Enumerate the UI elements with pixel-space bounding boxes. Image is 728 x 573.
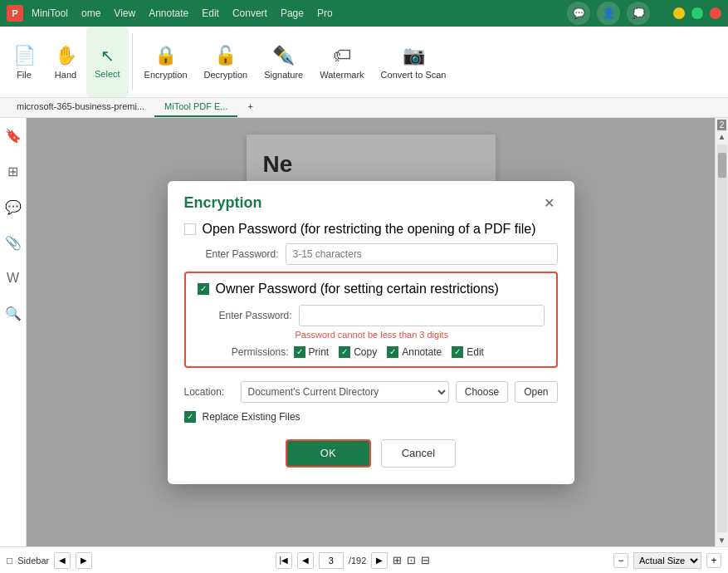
scroll-down-arrow[interactable]: ▼: [716, 534, 728, 546]
sidebar-search-icon[interactable]: 🔍: [2, 302, 25, 325]
open-password-input-row: Enter Password:: [184, 243, 558, 265]
annotate-label: Annotate: [402, 346, 442, 358]
ribbon-toolbar: 📄 File ✋ Hand ↖ Select 🔒 Encryption 🔓 De…: [0, 27, 728, 98]
nav-edit[interactable]: Edit: [198, 6, 222, 21]
titlebar-nav: MiniTool ome View Annotate Edit Convert …: [28, 6, 336, 21]
statusbar-left: □ Sidebar ◀ ▶: [7, 552, 92, 569]
nav-app-name[interactable]: MiniTool: [28, 6, 71, 21]
owner-password-input[interactable]: [299, 305, 545, 326]
main-area: 🔖 ⊞ 💬 📎 W 🔍 Ne Proce Encryption ✕: [0, 118, 728, 546]
sidebar-bookmark-icon[interactable]: 🔖: [2, 125, 25, 147]
modal-title: Encryption: [184, 194, 262, 212]
location-select[interactable]: Document's Current Directory: [241, 381, 449, 403]
account-icon[interactable]: 👤: [597, 2, 620, 25]
ribbon-file[interactable]: 📄 File: [3, 27, 45, 97]
edit-label: Edit: [467, 346, 484, 358]
open-button[interactable]: Open: [515, 381, 557, 403]
ribbon-decryption[interactable]: 🔓 Decryption: [196, 27, 257, 97]
annotate-checkbox[interactable]: ✓: [387, 346, 398, 358]
action-buttons-row: OK Cancel: [184, 439, 558, 468]
copy-label: Copy: [354, 346, 377, 358]
statusbar-right: − Actual Size +: [613, 552, 721, 569]
ribbon-watermark-label: Watermark: [320, 70, 364, 80]
tab-new[interactable]: +: [237, 98, 262, 117]
titlebar: P MiniTool ome View Annotate Edit Conver…: [0, 0, 728, 27]
sidebar-comment-icon[interactable]: 💬: [2, 196, 25, 218]
sidebar-field-icon[interactable]: W: [3, 267, 22, 289]
open-password-checkbox[interactable]: [184, 223, 196, 235]
scroll-track[interactable]: [717, 144, 727, 532]
signature-icon: ✒️: [272, 45, 295, 66]
scroll-thumb[interactable]: [718, 153, 726, 178]
replace-files-checkbox[interactable]: ✓: [184, 411, 196, 423]
password-error-text: Password cannot be less than 3 digits: [296, 330, 545, 340]
permissions-row: Permissions: ✓ Print ✓ Copy: [198, 346, 545, 358]
help-icon[interactable]: 💬: [567, 2, 590, 25]
chat-icon[interactable]: 💭: [627, 2, 650, 25]
nav-home[interactable]: ome: [78, 6, 104, 21]
location-label: Location:: [184, 386, 234, 398]
sidebar-toggle-icon[interactable]: □: [7, 555, 12, 566]
page-prev-button[interactable]: ◀: [54, 552, 71, 569]
modal-body: Open Password (for restricting the openi…: [168, 218, 574, 484]
app-logo: P: [7, 5, 23, 22]
ribbon-signature[interactable]: ✒️ Signature: [256, 27, 311, 97]
perm-copy: ✓ Copy: [339, 346, 377, 358]
replace-row: ✓ Replace Existing Files: [184, 411, 558, 423]
choose-button[interactable]: Choose: [456, 381, 508, 403]
open-password-input[interactable]: [286, 243, 558, 265]
close-button[interactable]: [710, 7, 721, 19]
zoom-select[interactable]: Actual Size: [633, 552, 701, 569]
sidebar-pages-icon[interactable]: ⊞: [4, 160, 22, 183]
view-container: Ne Proce Encryption ✕ Open: [27, 118, 728, 546]
ribbon-watermark[interactable]: 🏷 Watermark: [311, 27, 372, 97]
scroll-up-arrow[interactable]: ▲: [716, 130, 728, 143]
ribbon-signature-label: Signature: [264, 70, 303, 80]
convert-scan-icon: 📷: [403, 45, 425, 66]
nav-view[interactable]: View: [110, 6, 139, 21]
owner-password-input-row: Enter Password:: [198, 305, 545, 326]
fit-page-icon[interactable]: ⊡: [407, 554, 416, 566]
edit-checkbox[interactable]: ✓: [452, 346, 463, 358]
print-label: Print: [309, 346, 330, 358]
nav-pro[interactable]: Pro: [314, 6, 336, 21]
ribbon-convert-to-scan[interactable]: 📷 Convert to Scan: [373, 27, 455, 97]
two-page-icon[interactable]: ⊟: [421, 554, 430, 566]
document-area: Ne Proce Encryption ✕ Open: [27, 118, 715, 546]
maximize-button[interactable]: [691, 7, 703, 19]
page-next-button[interactable]: ▶: [76, 552, 92, 569]
print-checkbox[interactable]: ✓: [294, 346, 305, 358]
fit-width-icon[interactable]: ⊞: [393, 554, 402, 566]
statusbar: □ Sidebar ◀ ▶ |◀ ◀ /192 ▶ ⊞ ⊡ ⊟ − Actual…: [0, 546, 728, 573]
open-password-label: Open Password (for restricting the openi…: [203, 222, 536, 237]
file-icon: 📄: [13, 45, 36, 66]
nav-convert[interactable]: Convert: [229, 6, 271, 21]
watermark-icon: 🏷: [333, 45, 351, 66]
owner-password-checkbox[interactable]: ✓: [198, 283, 209, 295]
ribbon-encryption[interactable]: 🔒 Encryption: [136, 27, 196, 97]
copy-checkbox[interactable]: ✓: [339, 346, 350, 358]
modal-close-button[interactable]: ✕: [541, 194, 558, 211]
minimize-button[interactable]: [673, 7, 685, 19]
tab-doc2[interactable]: MiTool PDF E...: [154, 98, 237, 117]
statusbar-center: |◀ ◀ /192 ▶ ⊞ ⊡ ⊟: [99, 552, 607, 569]
ok-button[interactable]: OK: [286, 439, 371, 468]
zoom-in-button[interactable]: +: [706, 553, 721, 568]
prev-page-button[interactable]: ◀: [297, 552, 314, 569]
select-icon: ↖: [100, 46, 115, 66]
nav-annotate[interactable]: Annotate: [145, 6, 192, 21]
sidebar-attachment-icon[interactable]: 📎: [2, 232, 25, 254]
page-number-input[interactable]: [319, 552, 344, 569]
ribbon-hand-label: Hand: [55, 70, 76, 80]
first-page-button[interactable]: |◀: [276, 552, 292, 569]
tab-doc1[interactable]: microsoft-365-business-premi...: [7, 98, 154, 117]
next-page-button[interactable]: ▶: [371, 552, 388, 569]
ribbon-select[interactable]: ↖ Select: [86, 27, 129, 97]
permissions-label: Permissions:: [198, 346, 289, 358]
nav-page[interactable]: Page: [277, 6, 307, 21]
ribbon-hand[interactable]: ✋ Hand: [45, 27, 86, 97]
cancel-button[interactable]: Cancel: [381, 439, 456, 468]
zoom-out-button[interactable]: −: [613, 553, 628, 568]
hand-icon: ✋: [55, 45, 77, 66]
modal-header: Encryption ✕: [168, 181, 574, 218]
